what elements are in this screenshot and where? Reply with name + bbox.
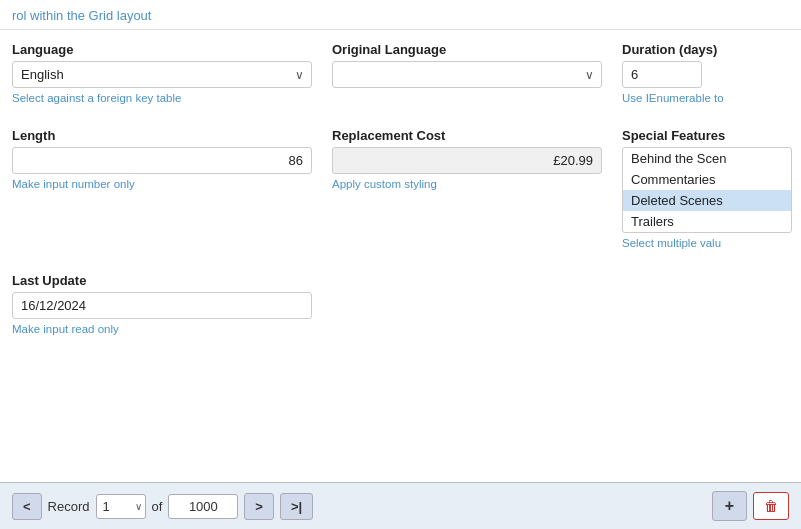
original-language-select-wrapper: English French German Spanish ∨	[332, 61, 602, 88]
last-button[interactable]: >|	[280, 493, 313, 520]
duration-input[interactable]	[622, 61, 702, 88]
length-hint: Make input number only	[12, 178, 312, 190]
special-features-field-group: Special Features Behind the Scen Comment…	[622, 128, 801, 261]
record-label: Record	[48, 499, 90, 514]
language-hint: Select against a foreign key table	[12, 92, 312, 104]
duration-field-group: Duration (days) Use IEnumerable to	[622, 42, 801, 116]
navigation-bar: < Record 1 of > >| + 🗑	[0, 482, 801, 529]
next-button[interactable]: >	[244, 493, 274, 520]
special-features-listbox[interactable]: Behind the Scen Commentaries Deleted Sce…	[622, 147, 792, 233]
of-label: of	[152, 499, 163, 514]
language-select[interactable]: English French German Spanish Italian	[12, 61, 312, 88]
replacement-cost-field-group: Replacement Cost Apply custom styling	[332, 128, 622, 261]
list-item[interactable]: Behind the Scen	[623, 148, 791, 169]
duration-label: Duration (days)	[622, 42, 781, 57]
language-label: Language	[12, 42, 312, 57]
add-button[interactable]: +	[712, 491, 747, 521]
original-language-select[interactable]: English French German Spanish	[332, 61, 602, 88]
special-features-label: Special Features	[622, 128, 792, 143]
original-language-label: Original Language	[332, 42, 602, 57]
last-update-field-group: Last Update Make input read only	[12, 273, 332, 347]
delete-button[interactable]: 🗑	[753, 492, 789, 520]
length-field-group: Length Make input number only	[12, 128, 332, 261]
breadcrumb: rol within the Grid layout	[0, 0, 801, 30]
length-input[interactable]	[12, 147, 312, 174]
length-label: Length	[12, 128, 312, 143]
language-select-wrapper: English French German Spanish Italian ∨	[12, 61, 312, 88]
replacement-cost-hint: Apply custom styling	[332, 178, 602, 190]
last-update-label: Last Update	[12, 273, 312, 288]
prev-button[interactable]: <	[12, 493, 42, 520]
list-item[interactable]: Trailers	[623, 211, 791, 232]
last-update-input[interactable]	[12, 292, 312, 319]
replacement-cost-input[interactable]	[332, 147, 602, 174]
last-update-hint: Make input read only	[12, 323, 312, 335]
special-features-hint: Select multiple valu	[622, 237, 792, 249]
record-select-wrapper: 1	[96, 494, 146, 519]
duration-hint: Use IEnumerable to	[622, 92, 781, 104]
list-item[interactable]: Deleted Scenes	[623, 190, 791, 211]
language-field-group: Language English French German Spanish I…	[12, 42, 332, 116]
list-item[interactable]: Commentaries	[623, 169, 791, 190]
replacement-cost-label: Replacement Cost	[332, 128, 602, 143]
record-select[interactable]: 1	[96, 494, 146, 519]
total-records-input[interactable]	[168, 494, 238, 519]
original-language-field-group: Original Language English French German …	[332, 42, 622, 116]
